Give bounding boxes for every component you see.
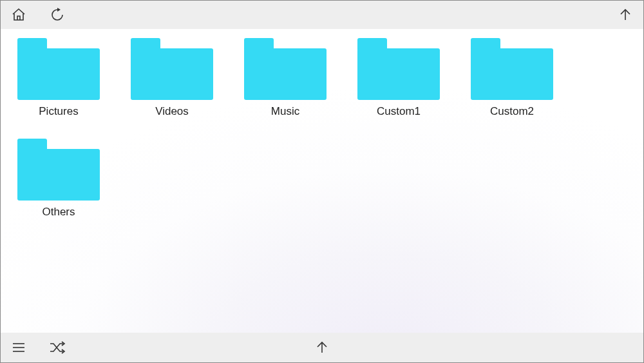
- folder-custom2[interactable]: Custom2: [471, 38, 553, 118]
- menu-button[interactable]: [10, 338, 28, 357]
- shuffle-button[interactable]: [48, 338, 66, 357]
- folder-label: Pictures: [39, 105, 78, 118]
- folder-videos[interactable]: Videos: [131, 38, 213, 118]
- folder-icon: [17, 139, 100, 201]
- folder-label: Others: [42, 206, 75, 219]
- folder-custom1[interactable]: Custom1: [357, 38, 440, 118]
- folder-music[interactable]: Music: [244, 38, 327, 118]
- up-top-button[interactable]: [616, 6, 634, 24]
- refresh-icon: [50, 7, 65, 23]
- folder-label: Custom1: [377, 105, 421, 118]
- folder-label: Music: [271, 105, 299, 118]
- arrow-up-icon: [314, 340, 330, 355]
- folder-icon: [244, 38, 327, 100]
- folder-pictures[interactable]: Pictures: [17, 38, 100, 118]
- arrow-up-icon: [618, 7, 633, 23]
- folder-others[interactable]: Others: [17, 139, 100, 219]
- bottom-toolbar: [1, 333, 643, 362]
- home-icon: [11, 7, 26, 23]
- folder-label: Videos: [155, 105, 189, 118]
- folder-icon: [131, 38, 213, 100]
- hamburger-icon: [11, 340, 26, 355]
- up-bottom-button[interactable]: [313, 338, 331, 357]
- folder-icon: [17, 38, 100, 100]
- shuffle-icon: [49, 340, 66, 355]
- folder-grid: Pictures Videos Music Custom1 Custom2: [1, 29, 643, 333]
- folder-label: Custom2: [490, 105, 534, 118]
- home-button[interactable]: [10, 6, 28, 24]
- refresh-button[interactable]: [48, 6, 66, 24]
- folder-icon: [357, 38, 440, 100]
- folder-icon: [471, 38, 553, 100]
- top-toolbar: [1, 1, 643, 29]
